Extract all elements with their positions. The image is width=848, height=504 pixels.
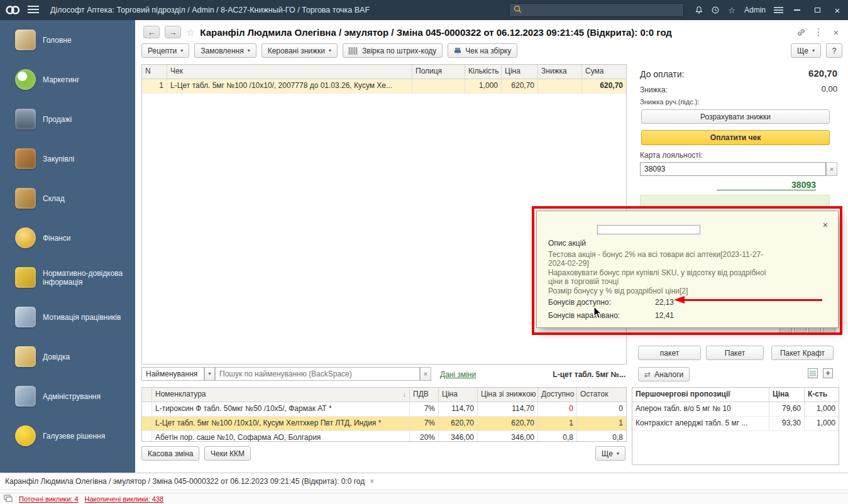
sidebar-item-industry-solution[interactable]: Галузеве рішення	[0, 416, 135, 456]
column-header[interactable]: Кількість	[465, 65, 502, 79]
nomenclature-row[interactable]: L-тироксин Ф табл. 50мкг №50 /10х5/, Фар…	[142, 402, 626, 417]
user-menu[interactable]: Admin	[744, 6, 766, 14]
notifications-bell-icon[interactable]	[693, 4, 705, 16]
column-header[interactable]: Номенклатура↓	[152, 388, 410, 402]
managed-discounts-button[interactable]: Керовані знижки▾	[262, 43, 338, 58]
column-header[interactable]: Доступно	[538, 388, 577, 402]
calc-discounts-button[interactable]: Розрахувати знижки	[641, 109, 830, 124]
more-kebab-icon[interactable]: ⋮	[812, 26, 825, 38]
sidebar-item-finance[interactable]: Фінанси	[0, 218, 135, 258]
column-header[interactable]: Ціна	[769, 388, 805, 402]
proposal-qty: 1,000	[805, 417, 839, 430]
column-header[interactable]: Першочергові пропозиції	[632, 388, 769, 402]
row-indicator-column	[142, 388, 152, 402]
name-search-input[interactable]	[219, 370, 416, 378]
history-icon[interactable]	[709, 4, 722, 16]
row-indicator	[142, 431, 152, 442]
close-document-icon[interactable]: ×	[830, 27, 842, 38]
sidebar-item-warehouse[interactable]: Склад	[0, 178, 135, 218]
global-search-input[interactable]	[526, 6, 680, 14]
more-button[interactable]: Ще▾	[791, 43, 821, 58]
minimize-window-icon[interactable]	[791, 4, 803, 16]
package-kraft-button[interactable]: Пакет Крафт	[771, 346, 834, 360]
column-header[interactable]: Ціна	[439, 388, 478, 402]
more-bottom-button[interactable]: Ще▾	[595, 446, 625, 461]
loyalty-card-field[interactable]	[640, 162, 826, 176]
promo-select-field[interactable]	[597, 225, 700, 234]
service-menu-icon[interactable]	[772, 4, 785, 16]
column-header[interactable]: К-сть	[805, 388, 839, 402]
barcode-icon	[349, 47, 358, 55]
calc-discounts-label: Розрахувати знижки	[700, 112, 771, 121]
sidebar-item-purchases[interactable]: Закупівлі	[0, 139, 135, 178]
accumulated-calls-link[interactable]: Накопичені виклики: 438	[85, 495, 164, 503]
vat: 7%	[410, 402, 439, 416]
loyalty-card-number[interactable]: 38093	[717, 180, 816, 190]
restore-window-icon[interactable]	[811, 4, 823, 16]
add-icon[interactable]: +	[823, 368, 833, 378]
sidebar-item-home[interactable]: Головне	[0, 20, 135, 60]
app-window: Ділософт Аптека: Торговий підрозділ / Ad…	[0, 0, 848, 504]
proposal-row[interactable]: Контрахіст алерджі табл. 5 мг ... 93,30 …	[632, 417, 839, 431]
orders-button[interactable]: Замовлення▾	[194, 43, 256, 58]
package-kraft-label: Пакет Крафт	[780, 349, 825, 358]
sidebar-item-administration[interactable]: Адміністрування	[0, 376, 135, 416]
name-search-field[interactable]	[215, 367, 420, 381]
proposal-qty: 1,000	[805, 402, 839, 416]
sidebar-item-label: Продажі	[43, 115, 72, 124]
column-header[interactable]: Ціна зі знижкою	[478, 388, 538, 402]
main-menu-icon[interactable]	[28, 6, 39, 14]
search-mode-value: Найменування	[141, 367, 204, 381]
staff-motivation-icon	[15, 307, 36, 327]
column-header[interactable]: ПДВ	[410, 388, 439, 402]
pay-check-button[interactable]: Оплатити чек	[641, 130, 830, 145]
recipes-button[interactable]: Рецепти▾	[141, 43, 189, 58]
sidebar-item-help[interactable]: Довідка	[0, 337, 135, 376]
package-small-button[interactable]: пакет	[638, 346, 701, 360]
cash-shift-button[interactable]: Касова зміна	[141, 446, 199, 461]
to-pay-label: До оплати:	[640, 69, 684, 79]
window-tab[interactable]: Каранфіл Людмила Олегівна / эмулятор / З…	[5, 477, 365, 486]
configure-list-icon[interactable]	[808, 368, 818, 378]
nomenclature-header: Номенклатура↓ ПДВ Ціна Ціна зі знижкою Д…	[142, 388, 626, 402]
sidebar-item-staff-motivation[interactable]: Мотивація працівників	[0, 297, 135, 337]
sidebar-item-reference-info[interactable]: Нормативно-довідкова інформація	[0, 258, 135, 297]
global-search[interactable]	[509, 3, 684, 17]
clear-search-icon[interactable]: ×	[420, 367, 431, 381]
close-tab-icon[interactable]: ×	[370, 477, 374, 486]
column-header[interactable]: Сума	[582, 65, 626, 79]
assembly-check-button[interactable]: Чек на збірку	[448, 43, 517, 58]
column-header[interactable]: Знижка	[538, 65, 582, 79]
document-header: ← → ☆ Каранфіл Людмила Олегівна / эмулят…	[143, 24, 842, 40]
nomenclature-row-selected[interactable]: L-Цет табл. 5мг №100 /10х10/, Кусум Хелт…	[142, 417, 626, 431]
loyalty-card-input[interactable]	[644, 165, 822, 173]
shift-data-link[interactable]: Дані зміни	[440, 370, 476, 379]
nomenclature-row[interactable]: Абетін пор. саше №10, Софарма АО, Болгар…	[142, 431, 626, 442]
help-button[interactable]: ?	[826, 43, 842, 58]
kkm-checks-button[interactable]: Чеки ККМ	[204, 446, 251, 461]
receipt-row[interactable]: 1 L-Цет табл. 5мг №100 /10х10/, 2007778 …	[142, 79, 626, 94]
forward-button[interactable]: →	[165, 26, 181, 38]
combo-chevron-down-icon[interactable]: ▾	[204, 367, 215, 381]
proposal-row[interactable]: Аперон табл. в/о 5 мг № 10 79,60 1,000	[632, 402, 839, 417]
nomenclature-name: L-Цет табл. 5мг №100 /10х10/, Кусум Хелт…	[152, 417, 410, 430]
clear-loyalty-icon[interactable]: ×	[826, 162, 837, 176]
current-calls-link[interactable]: Поточні виклики: 4	[19, 495, 79, 503]
sidebar-item-sales[interactable]: Продажі	[0, 99, 135, 139]
analogs-button[interactable]: ⇄Аналоги	[638, 367, 690, 381]
favorites-star-icon[interactable]: ☆	[725, 4, 738, 16]
column-header[interactable]: N	[142, 65, 167, 79]
column-header[interactable]: Ціна	[502, 65, 538, 79]
search-mode-combo[interactable]: Найменування ▾	[141, 367, 215, 381]
column-header[interactable]: Чек	[167, 65, 412, 79]
column-header[interactable]: Остаток	[577, 388, 626, 402]
back-button[interactable]: ←	[143, 26, 160, 38]
get-link-icon[interactable]	[795, 28, 807, 37]
close-window-icon[interactable]: ×	[831, 4, 844, 16]
sidebar-item-marketing[interactable]: Маркетинг	[0, 60, 135, 99]
close-popup-icon[interactable]: ×	[823, 220, 828, 230]
package-button[interactable]: Пакет	[706, 346, 764, 360]
barcode-check-button[interactable]: Звірка по штрих-коду	[343, 43, 443, 58]
column-header[interactable]: Полиця	[412, 65, 465, 79]
favorite-star-icon[interactable]: ☆	[186, 26, 195, 38]
